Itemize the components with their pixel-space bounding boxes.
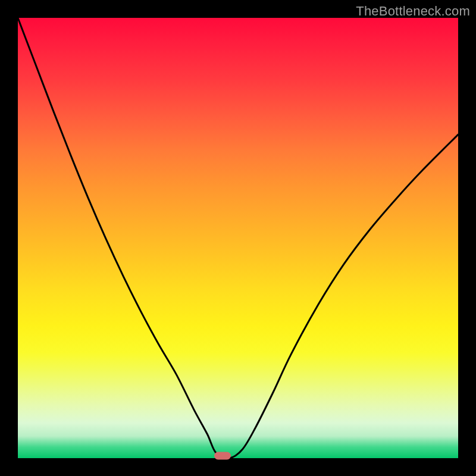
chart-frame: TheBottleneck.com — [0, 0, 476, 476]
bottleneck-curve — [18, 18, 458, 458]
minimum-marker — [214, 452, 231, 460]
watermark-text: TheBottleneck.com — [356, 4, 470, 19]
plot-area — [18, 18, 458, 458]
